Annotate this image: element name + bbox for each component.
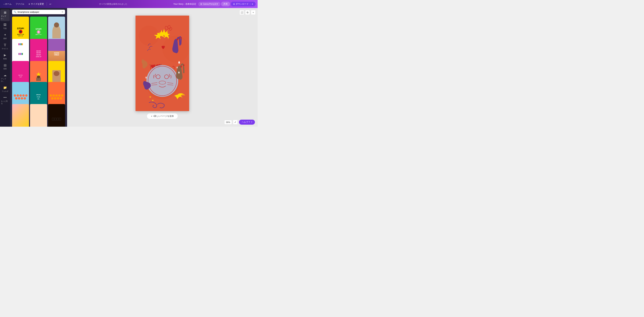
chevron-left-icon: ‹	[4, 3, 4, 5]
download-icon: ⬇	[233, 3, 235, 5]
sidebar-item-text[interactable]: T テキスト	[0, 42, 10, 51]
search-box: 🔍 ✕	[12, 10, 65, 14]
sidebar-item-label: テキスト	[2, 47, 8, 50]
sidebar-item-label: 動画	[3, 58, 7, 60]
help-button[interactable]: ヘルプ？ ?	[239, 120, 255, 125]
sidebar-item-label: もっと見る	[1, 100, 9, 105]
caret-icon: ▼	[250, 3, 253, 5]
template-card[interactable]	[30, 104, 47, 127]
text-icon: T	[4, 43, 6, 47]
star-icon: ✦	[28, 3, 30, 5]
add-tool-button[interactable]: +	[251, 10, 256, 15]
sidebar-item-elements[interactable]: ✦ 素材	[0, 32, 10, 41]
svg-point-25	[179, 38, 180, 39]
canvas-area: ⬜ ⧉ +	[67, 8, 258, 127]
sidebar-item-folder[interactable]: 📁 フォルダ	[0, 84, 10, 94]
svg-point-27	[180, 66, 182, 67]
main-layout: ⊞ テンプレ... 🖼 写真 ✦ 素材 T テキスト ▶ 動画 ▤ 背景 ☁ ア…	[0, 8, 258, 127]
canvas-toolbar: ⬜ ⧉ +	[240, 10, 256, 15]
elements-icon: ✦	[4, 33, 6, 37]
search-input[interactable]	[18, 11, 60, 13]
copy-tool-button[interactable]: ⧉	[245, 10, 250, 15]
sidebar-item-more[interactable]: ••• もっと見る	[0, 94, 10, 106]
pro-trial-button[interactable]: ♛ Canva Proを試す	[198, 2, 220, 6]
svg-point-24	[177, 39, 178, 40]
sidebar-item-label: アップロ...	[1, 78, 9, 82]
canvas-wrapper	[136, 15, 189, 111]
crown-icon: ♛	[200, 3, 202, 5]
sidebar-item-label: フォルダ	[2, 90, 8, 92]
search-icon: 🔍	[14, 11, 16, 13]
template-card[interactable]	[48, 104, 65, 127]
upload-icon: ☁	[4, 73, 6, 77]
document-title: Your Story - 名称未設定	[174, 2, 196, 5]
saved-status: すべての変更は保存されました	[54, 3, 172, 5]
template-grid: STOP! 歩きスマホ 条例第一施行 STOP! 歩きスマホ	[10, 16, 67, 127]
sidebar-item-background[interactable]: ▤ 背景	[0, 62, 10, 71]
top-navigation: ‹ ホーム ファイル ✦ サイズを変更 ↩ すべての変更は保存されました You…	[0, 0, 258, 8]
sidebar-item-templates[interactable]: ⊞ テンプレ...	[0, 9, 10, 21]
question-icon: ?	[251, 121, 252, 123]
sidebar: ⊞ テンプレ... 🖼 写真 ✦ 素材 T テキスト ▶ 動画 ▤ 背景 ☁ ア…	[0, 8, 10, 127]
sidebar-item-label: 背景	[3, 68, 7, 70]
templates-icon: ⊞	[4, 11, 6, 14]
home-button[interactable]: ‹ ホーム	[2, 2, 13, 6]
template-card[interactable]	[12, 104, 29, 127]
download-button[interactable]: ⬇ ダウンロード ▼	[231, 2, 256, 6]
canvas-page[interactable]	[136, 15, 189, 111]
more-icon: •••	[4, 96, 7, 99]
nav-divider	[46, 2, 47, 6]
svg-point-26	[180, 37, 182, 38]
zoom-expand-button[interactable]: ⤢	[233, 120, 238, 124]
sidebar-item-label: 写真	[3, 27, 7, 30]
zoom-level: 36%	[224, 120, 232, 124]
background-icon: ▤	[4, 63, 6, 67]
share-button[interactable]: 共有	[221, 2, 230, 6]
sidebar-item-upload[interactable]: ☁ アップロ...	[0, 72, 10, 84]
video-icon: ▶	[4, 53, 6, 57]
undo-button[interactable]: ↩	[48, 2, 53, 6]
sidebar-item-label: テンプレ...	[1, 15, 9, 20]
plus-icon: +	[151, 115, 152, 117]
resize-button[interactable]: ✦ サイズを変更	[27, 2, 46, 6]
clear-icon[interactable]: ✕	[62, 11, 64, 13]
folder-icon: 📁	[3, 86, 7, 89]
sidebar-item-label: 素材	[3, 37, 7, 40]
sidebar-item-photos[interactable]: 🖼 写真	[0, 22, 10, 31]
add-page-button[interactable]: + +新しいページを追加	[147, 113, 178, 119]
photo-icon: 🖼	[4, 23, 6, 27]
svg-point-28	[183, 64, 184, 66]
frame-tool-button[interactable]: ⬜	[240, 10, 244, 15]
canvas-illustration	[136, 15, 189, 111]
file-button[interactable]: ファイル	[14, 2, 26, 6]
canvas-bottom-controls: 36% ⤢ ヘルプ？ ?	[224, 120, 255, 125]
template-panel: 🔍 ✕ STOP! 歩きスマホ 条例第一施行 STOP! 歩きスマホ	[10, 8, 67, 127]
sidebar-item-video[interactable]: ▶ 動画	[0, 52, 10, 61]
